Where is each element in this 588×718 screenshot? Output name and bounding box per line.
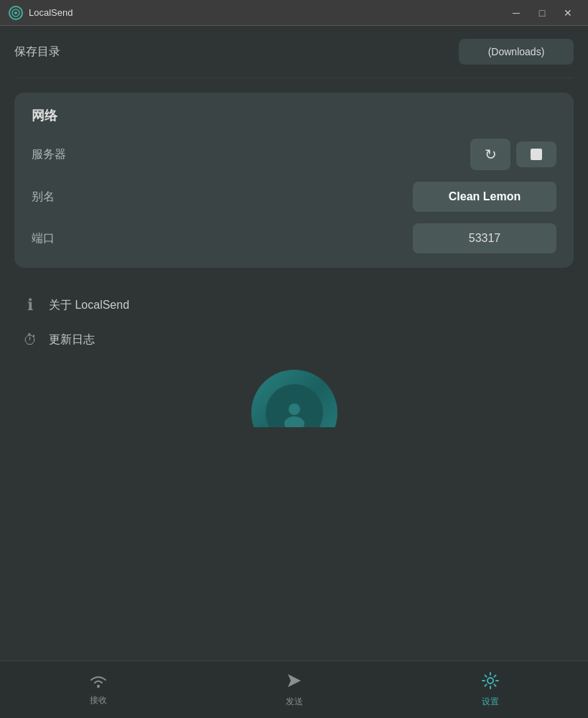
- bottom-navigation: 接收 发送 设置: [0, 661, 588, 718]
- svg-point-4: [284, 416, 304, 427]
- port-label: 端口: [32, 231, 55, 246]
- refresh-icon: ↻: [485, 146, 497, 163]
- server-stop-button[interactable]: [516, 141, 556, 167]
- server-row: 服务器 ↻: [32, 139, 556, 170]
- titlebar: LocalSend ─ □ ✕: [0, 0, 588, 26]
- info-links-section: ℹ 关于 LocalSend ⏱ 更新日志: [14, 282, 574, 363]
- about-localsend-link[interactable]: ℹ 关于 LocalSend: [17, 288, 571, 322]
- changelog-link-label: 更新日志: [49, 332, 95, 348]
- app-title: LocalSend: [29, 7, 505, 18]
- server-refresh-button[interactable]: ↻: [470, 139, 510, 170]
- svg-point-5: [97, 685, 100, 688]
- stop-icon: [531, 149, 542, 160]
- changelog-link[interactable]: ⏱ 更新日志: [17, 322, 571, 357]
- maximize-button[interactable]: □: [531, 4, 554, 22]
- alias-button[interactable]: Clean Lemon: [413, 182, 556, 212]
- settings-nav-label: 设置: [482, 696, 499, 708]
- app-icon: [9, 6, 23, 20]
- svg-point-7: [487, 678, 493, 684]
- nav-send[interactable]: 发送: [196, 661, 392, 718]
- port-row: 端口 53317: [32, 223, 556, 253]
- avatar-area: [14, 363, 574, 427]
- alias-row: 别名 Clean Lemon: [32, 182, 556, 212]
- about-link-label: 关于 LocalSend: [49, 298, 129, 313]
- server-controls: ↻: [470, 139, 556, 170]
- clock-icon: ⏱: [20, 330, 40, 350]
- minimize-button[interactable]: ─: [505, 4, 528, 22]
- settings-icon: [481, 671, 500, 693]
- nav-receive[interactable]: 接收: [0, 661, 196, 718]
- wifi-icon: [88, 673, 108, 691]
- save-directory-section: 保存目录 (Downloads): [14, 26, 574, 78]
- send-icon: [285, 671, 304, 693]
- alias-label: 别名: [32, 190, 55, 205]
- network-section-title: 网络: [32, 107, 556, 124]
- close-button[interactable]: ✕: [556, 4, 579, 22]
- avatar-svg: [280, 398, 309, 427]
- avatar-inner: [266, 384, 323, 427]
- svg-marker-6: [288, 674, 301, 687]
- main-content: 保存目录 (Downloads) 网络 服务器 ↻ 别名 Clean Lemon…: [0, 26, 588, 661]
- svg-point-3: [289, 404, 300, 415]
- network-card: 网络 服务器 ↻ 别名 Clean Lemon 端口 53317: [14, 93, 574, 268]
- svg-point-2: [14, 11, 17, 14]
- server-label: 服务器: [32, 147, 66, 162]
- save-directory-label: 保存目录: [14, 45, 60, 60]
- port-button[interactable]: 53317: [413, 223, 556, 253]
- send-nav-label: 发送: [286, 696, 303, 708]
- avatar-circle: [251, 370, 337, 427]
- receive-nav-label: 接收: [90, 694, 107, 707]
- nav-settings[interactable]: 设置: [392, 661, 588, 718]
- save-directory-button[interactable]: (Downloads): [459, 39, 574, 65]
- window-controls: ─ □ ✕: [505, 4, 579, 22]
- info-icon: ℹ: [20, 295, 40, 315]
